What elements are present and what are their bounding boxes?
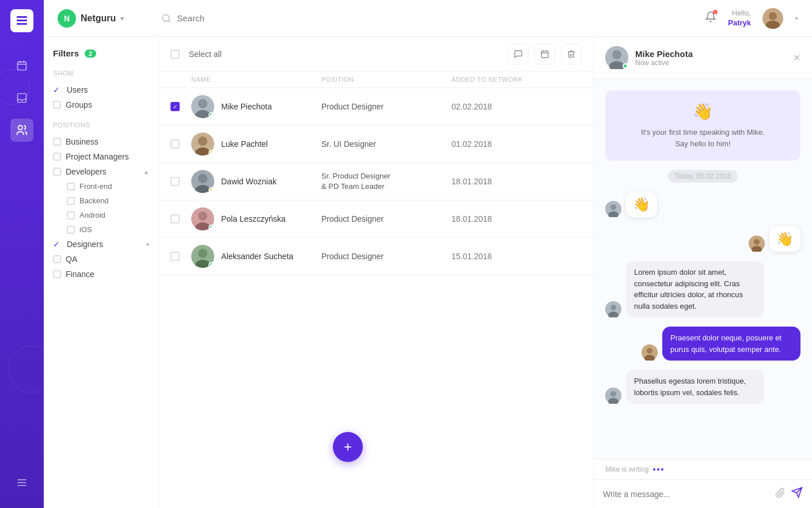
chat-intro-emoji: 👋 <box>617 102 789 121</box>
row-checkbox-3[interactable] <box>170 214 180 223</box>
calendar-action-button[interactable] <box>534 44 555 65</box>
chat-panel: Mike Piechota Now active ✕ 👋 It's your f… <box>593 37 812 508</box>
col-position: Position <box>321 76 451 83</box>
filter-designers[interactable]: ✓ Designers ▾ <box>53 237 149 252</box>
chat-user-status: Now active <box>635 59 786 67</box>
filter-android-label: Android <box>79 211 105 219</box>
table-row[interactable]: Aleksander Sucheta Product Designer 15.0… <box>159 238 593 275</box>
filter-finance[interactable]: Finance <box>53 267 149 282</box>
ios-checkbox <box>67 226 75 234</box>
msg-avatar-received-2 <box>605 301 621 317</box>
filter-qa[interactable]: QA <box>53 252 149 267</box>
user-avatar-2 <box>191 170 214 193</box>
user-name-2: Dawid Wozniak <box>221 177 276 186</box>
brand-chevron-icon[interactable]: ▾ <box>120 14 124 22</box>
filter-pm-label: Project Managers <box>66 152 129 161</box>
filter-android[interactable]: Android <box>67 208 149 222</box>
filter-users[interactable]: ✓ Users <box>53 82 149 97</box>
user-name-4: Aleksander Sucheta <box>221 252 293 261</box>
positions-section-label: Positions <box>53 122 149 128</box>
chat-user-avatar <box>605 46 628 69</box>
table-row[interactable]: Mike Piechota Product Designer 02.02.201… <box>159 88 593 126</box>
user-date-3: 18.01.2018 <box>451 214 582 223</box>
main-wrapper: N Netguru ▾ Hello, Patryk <box>44 0 812 508</box>
svg-point-24 <box>198 99 207 108</box>
filter-groups-label: Groups <box>66 100 92 109</box>
message-row: Praesent dolor neque, posuere et purus q… <box>605 327 800 361</box>
nav-item-calendar[interactable] <box>10 54 33 77</box>
user-avatar[interactable] <box>762 8 783 29</box>
brand-icon: N <box>58 9 76 28</box>
nav-item-inbox[interactable] <box>10 86 33 109</box>
developers-collapse-icon[interactable]: ▲ <box>143 169 149 175</box>
nav-item-menu[interactable] <box>10 471 33 494</box>
chat-typing: Mike is writing <box>594 459 812 479</box>
filter-backend[interactable]: Backend <box>67 194 149 208</box>
user-avatar-4 <box>191 245 214 268</box>
finance-checkbox <box>53 270 61 278</box>
backend-checkbox <box>67 197 75 205</box>
chat-action-button[interactable] <box>508 44 529 65</box>
typing-dot-1 <box>653 468 655 471</box>
filter-designers-label: Designers <box>67 240 103 249</box>
android-checkbox <box>67 211 75 219</box>
header: N Netguru ▾ Hello, Patryk <box>44 0 812 37</box>
filter-developers[interactable]: Developers ▲ <box>53 164 149 179</box>
nav-item-people[interactable] <box>10 119 33 142</box>
search-icon <box>161 13 171 24</box>
table-row[interactable]: Dawid Wozniak Sr. Product Designer& PD T… <box>159 163 593 200</box>
svg-point-51 <box>647 348 652 354</box>
table-row[interactable]: Pola Leszczyńska Product Designer 18.01.… <box>159 200 593 238</box>
chat-close-button[interactable]: ✕ <box>793 52 800 63</box>
svg-point-30 <box>198 174 207 183</box>
frontend-checkbox <box>67 183 75 191</box>
user-avatar-3 <box>191 207 214 230</box>
row-checkbox-0[interactable] <box>170 102 180 111</box>
list-area: Select all <box>159 37 593 508</box>
select-all-checkbox[interactable] <box>170 50 180 59</box>
attachment-icon[interactable] <box>775 488 786 501</box>
filter-ios[interactable]: iOS <box>67 222 149 237</box>
svg-point-36 <box>198 249 207 258</box>
user-position-4: Product Designer <box>321 252 451 261</box>
fab-button[interactable]: + <box>333 432 363 462</box>
notification-icon[interactable] <box>705 11 716 25</box>
msg-avatar-received <box>605 201 621 217</box>
select-all-label[interactable]: Select all <box>189 50 508 59</box>
filter-title: Filters <box>53 48 79 58</box>
svg-rect-2 <box>17 23 27 25</box>
filter-finance-label: Finance <box>66 270 94 279</box>
filter-business-label: Business <box>66 137 98 146</box>
designers-check-icon: ✓ <box>53 240 62 249</box>
designers-expand-icon[interactable]: ▾ <box>146 241 149 248</box>
filter-business[interactable]: Business <box>53 134 149 149</box>
user-date-0: 02.02.2018 <box>451 102 582 111</box>
show-section-label: Show <box>53 70 149 77</box>
nav-logo[interactable] <box>10 9 33 32</box>
filter-groups[interactable]: Groups <box>53 97 149 112</box>
table-row[interactable]: Luke Pachtel Sr. UI Designer 01.02.2018 <box>159 126 593 163</box>
message-row: Lorem ipsum dolor sit amet, consectetur … <box>605 261 800 317</box>
send-button[interactable] <box>791 487 803 501</box>
svg-point-45 <box>754 239 760 245</box>
chat-date-divider: Today, 05.02.2018 <box>668 170 738 183</box>
header-chevron-icon[interactable]: ▾ <box>795 14 798 22</box>
row-checkbox-1[interactable] <box>170 139 180 149</box>
row-checkbox-2[interactable] <box>170 177 180 186</box>
search-input[interactable] <box>177 13 705 23</box>
chat-input[interactable] <box>603 490 769 499</box>
avatar-dot-2 <box>208 187 214 192</box>
groups-checkbox <box>53 101 61 109</box>
message-bubble-received: Lorem ipsum dolor sit amet, consectetur … <box>626 261 764 317</box>
brand-name: Netguru <box>81 13 116 24</box>
row-checkbox-4[interactable] <box>170 252 180 261</box>
user-avatar-0 <box>191 95 214 118</box>
header-right: Hello, Patryk ▾ <box>705 8 798 29</box>
filter-project-managers[interactable]: Project Managers <box>53 149 149 164</box>
svg-point-33 <box>198 211 207 221</box>
filter-frontend[interactable]: Front-end <box>67 179 149 194</box>
filter-sidebar: Filters 2 Show ✓ Users Groups Positions … <box>44 37 159 508</box>
svg-point-17 <box>769 12 777 20</box>
message-bubble-sent: Praesent dolor neque, posuere et purus q… <box>662 327 800 361</box>
delete-action-button[interactable] <box>561 44 582 65</box>
